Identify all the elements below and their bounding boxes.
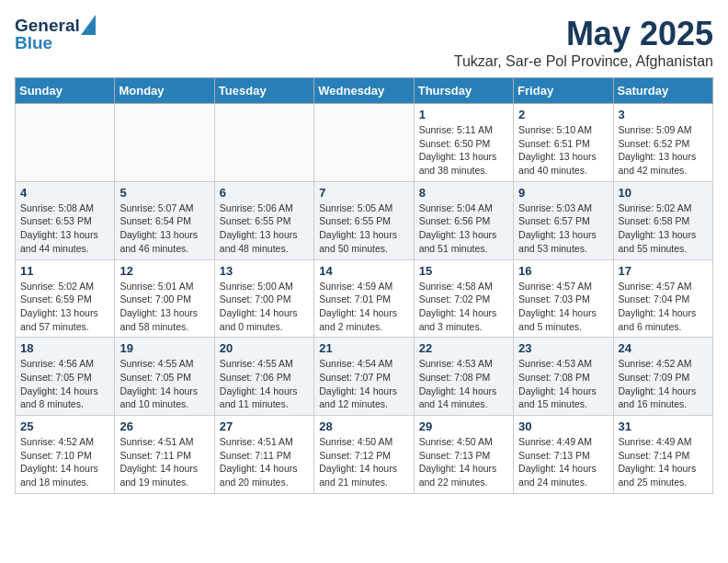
weekday-header-cell: Saturday xyxy=(613,78,712,104)
calendar-cell: 17Sunrise: 4:57 AMSunset: 7:04 PMDayligh… xyxy=(613,259,712,338)
calendar-cell: 3Sunrise: 5:09 AMSunset: 6:52 PMDaylight… xyxy=(613,104,712,182)
calendar-week-row: 11Sunrise: 5:02 AMSunset: 6:59 PMDayligh… xyxy=(16,259,713,338)
day-info: Sunrise: 5:05 AMSunset: 6:55 PMDaylight:… xyxy=(319,201,408,256)
day-number: 27 xyxy=(220,419,309,433)
calendar-table: SundayMondayTuesdayWednesdayThursdayFrid… xyxy=(15,77,713,494)
day-number: 21 xyxy=(319,341,408,355)
day-info: Sunrise: 4:54 AMSunset: 7:07 PMDaylight:… xyxy=(319,357,408,411)
day-number: 9 xyxy=(518,186,608,200)
day-number: 22 xyxy=(419,341,508,355)
day-number: 25 xyxy=(20,419,109,433)
calendar-cell: 12Sunrise: 5:01 AMSunset: 7:00 PMDayligh… xyxy=(115,259,214,338)
logo-triangle-icon xyxy=(81,15,96,35)
calendar-cell: 16Sunrise: 4:57 AMSunset: 7:03 PMDayligh… xyxy=(514,259,613,338)
day-number: 26 xyxy=(119,419,209,433)
calendar-cell: 5Sunrise: 5:07 AMSunset: 6:54 PMDaylight… xyxy=(115,181,214,259)
day-number: 29 xyxy=(419,419,508,433)
day-number: 16 xyxy=(518,264,608,278)
day-info: Sunrise: 5:08 AMSunset: 6:53 PMDaylight:… xyxy=(20,201,109,256)
day-number: 1 xyxy=(419,108,508,121)
title-section: May 2025 Tukzar, Sar-e Pol Province, Afg… xyxy=(454,15,713,70)
day-info: Sunrise: 5:07 AMSunset: 6:54 PMDaylight:… xyxy=(119,201,209,256)
day-info: Sunrise: 5:01 AMSunset: 7:00 PMDaylight:… xyxy=(119,280,209,334)
day-info: Sunrise: 4:55 AMSunset: 7:05 PMDaylight:… xyxy=(119,357,209,411)
calendar-cell: 21Sunrise: 4:54 AMSunset: 7:07 PMDayligh… xyxy=(314,338,414,416)
weekday-header-cell: Wednesday xyxy=(314,78,414,104)
weekday-header-cell: Monday xyxy=(115,78,214,104)
day-info: Sunrise: 4:52 AMSunset: 7:09 PMDaylight:… xyxy=(619,357,708,411)
day-info: Sunrise: 4:56 AMSunset: 7:05 PMDaylight:… xyxy=(20,357,109,411)
day-info: Sunrise: 5:11 AMSunset: 6:50 PMDaylight:… xyxy=(419,123,508,178)
svg-marker-0 xyxy=(81,15,96,35)
logo-general-text: General xyxy=(15,17,80,34)
calendar-cell: 9Sunrise: 5:03 AMSunset: 6:57 PMDaylight… xyxy=(514,181,613,259)
calendar-cell: 29Sunrise: 4:50 AMSunset: 7:13 PMDayligh… xyxy=(414,416,513,494)
day-number: 28 xyxy=(319,419,408,433)
calendar-cell: 22Sunrise: 4:53 AMSunset: 7:08 PMDayligh… xyxy=(414,338,513,416)
day-info: Sunrise: 4:49 AMSunset: 7:14 PMDaylight:… xyxy=(619,435,708,489)
calendar-cell: 23Sunrise: 4:53 AMSunset: 7:08 PMDayligh… xyxy=(514,338,613,416)
day-info: Sunrise: 5:02 AMSunset: 6:58 PMDaylight:… xyxy=(619,201,708,256)
day-info: Sunrise: 4:51 AMSunset: 7:11 PMDaylight:… xyxy=(119,435,209,489)
calendar-cell: 4Sunrise: 5:08 AMSunset: 6:53 PMDaylight… xyxy=(16,181,115,259)
day-info: Sunrise: 5:06 AMSunset: 6:55 PMDaylight:… xyxy=(220,201,309,256)
calendar-cell: 6Sunrise: 5:06 AMSunset: 6:55 PMDaylight… xyxy=(214,181,313,259)
logo-blue-text: Blue xyxy=(15,33,52,52)
calendar-cell: 19Sunrise: 4:55 AMSunset: 7:05 PMDayligh… xyxy=(115,338,214,416)
day-number: 4 xyxy=(20,186,109,200)
weekday-header-row: SundayMondayTuesdayWednesdayThursdayFrid… xyxy=(16,78,713,104)
calendar-cell: 27Sunrise: 4:51 AMSunset: 7:11 PMDayligh… xyxy=(214,416,313,494)
day-info: Sunrise: 4:59 AMSunset: 7:01 PMDaylight:… xyxy=(319,280,408,334)
calendar-cell xyxy=(214,104,313,182)
day-number: 23 xyxy=(518,341,608,355)
day-info: Sunrise: 5:02 AMSunset: 6:59 PMDaylight:… xyxy=(20,280,109,334)
day-number: 3 xyxy=(619,108,708,121)
weekday-header-cell: Tuesday xyxy=(214,78,313,104)
calendar-body: 1Sunrise: 5:11 AMSunset: 6:50 PMDaylight… xyxy=(16,104,713,494)
day-number: 11 xyxy=(20,264,109,278)
day-number: 19 xyxy=(119,341,209,355)
day-number: 17 xyxy=(619,264,708,278)
day-info: Sunrise: 4:49 AMSunset: 7:13 PMDaylight:… xyxy=(518,435,608,489)
weekday-header-cell: Sunday xyxy=(16,78,115,104)
day-number: 18 xyxy=(20,341,109,355)
day-info: Sunrise: 4:53 AMSunset: 7:08 PMDaylight:… xyxy=(518,357,608,411)
calendar-cell: 7Sunrise: 5:05 AMSunset: 6:55 PMDaylight… xyxy=(314,181,414,259)
day-number: 6 xyxy=(220,186,309,200)
day-info: Sunrise: 5:03 AMSunset: 6:57 PMDaylight:… xyxy=(518,201,608,256)
calendar-week-row: 4Sunrise: 5:08 AMSunset: 6:53 PMDaylight… xyxy=(16,181,713,259)
calendar-cell: 8Sunrise: 5:04 AMSunset: 6:56 PMDaylight… xyxy=(414,181,513,259)
day-info: Sunrise: 5:09 AMSunset: 6:52 PMDaylight:… xyxy=(619,123,708,178)
month-title: May 2025 xyxy=(454,15,713,53)
calendar-cell: 25Sunrise: 4:52 AMSunset: 7:10 PMDayligh… xyxy=(16,416,115,494)
day-info: Sunrise: 5:00 AMSunset: 7:00 PMDaylight:… xyxy=(220,280,309,334)
calendar-week-row: 18Sunrise: 4:56 AMSunset: 7:05 PMDayligh… xyxy=(16,338,713,416)
day-number: 2 xyxy=(518,108,608,121)
calendar-cell xyxy=(314,104,414,182)
day-info: Sunrise: 4:53 AMSunset: 7:08 PMDaylight:… xyxy=(419,357,508,411)
day-number: 10 xyxy=(619,186,708,200)
calendar-cell: 1Sunrise: 5:11 AMSunset: 6:50 PMDaylight… xyxy=(414,104,513,182)
day-number: 13 xyxy=(220,264,309,278)
day-number: 20 xyxy=(220,341,309,355)
location-title: Tukzar, Sar-e Pol Province, Afghanistan xyxy=(454,53,713,70)
calendar-cell xyxy=(16,104,115,182)
weekday-header-cell: Friday xyxy=(514,78,613,104)
calendar-week-row: 25Sunrise: 4:52 AMSunset: 7:10 PMDayligh… xyxy=(16,416,713,494)
calendar-cell: 24Sunrise: 4:52 AMSunset: 7:09 PMDayligh… xyxy=(613,338,712,416)
calendar-cell: 2Sunrise: 5:10 AMSunset: 6:51 PMDaylight… xyxy=(514,104,613,182)
day-number: 15 xyxy=(419,264,508,278)
day-number: 7 xyxy=(319,186,408,200)
day-info: Sunrise: 4:58 AMSunset: 7:02 PMDaylight:… xyxy=(419,280,508,334)
day-info: Sunrise: 4:57 AMSunset: 7:04 PMDaylight:… xyxy=(619,280,708,334)
calendar-cell: 15Sunrise: 4:58 AMSunset: 7:02 PMDayligh… xyxy=(414,259,513,338)
day-info: Sunrise: 5:10 AMSunset: 6:51 PMDaylight:… xyxy=(518,123,608,178)
day-info: Sunrise: 4:55 AMSunset: 7:06 PMDaylight:… xyxy=(220,357,309,411)
calendar-cell: 20Sunrise: 4:55 AMSunset: 7:06 PMDayligh… xyxy=(214,338,313,416)
day-info: Sunrise: 4:57 AMSunset: 7:03 PMDaylight:… xyxy=(518,280,608,334)
calendar-week-row: 1Sunrise: 5:11 AMSunset: 6:50 PMDaylight… xyxy=(16,104,713,182)
day-number: 30 xyxy=(518,419,608,433)
day-number: 14 xyxy=(319,264,408,278)
day-number: 12 xyxy=(119,264,209,278)
day-number: 8 xyxy=(419,186,508,200)
